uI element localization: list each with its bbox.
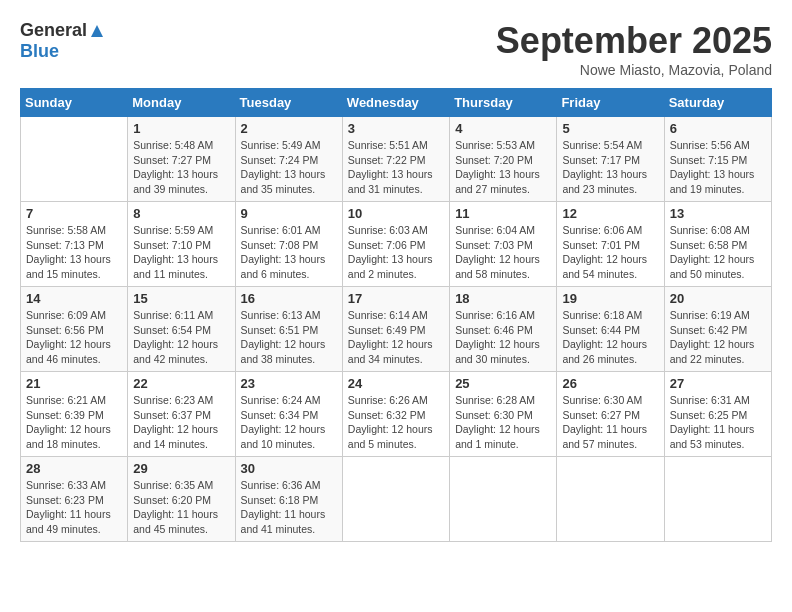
weekday-header-row: SundayMondayTuesdayWednesdayThursdayFrid…: [21, 89, 772, 117]
day-number: 26: [562, 376, 658, 391]
week-row-2: 7Sunrise: 5:58 AM Sunset: 7:13 PM Daylig…: [21, 202, 772, 287]
calendar-body: 1Sunrise: 5:48 AM Sunset: 7:27 PM Daylig…: [21, 117, 772, 542]
week-row-1: 1Sunrise: 5:48 AM Sunset: 7:27 PM Daylig…: [21, 117, 772, 202]
calendar-cell: 6Sunrise: 5:56 AM Sunset: 7:15 PM Daylig…: [664, 117, 771, 202]
calendar-cell: 13Sunrise: 6:08 AM Sunset: 6:58 PM Dayli…: [664, 202, 771, 287]
calendar-cell: 27Sunrise: 6:31 AM Sunset: 6:25 PM Dayli…: [664, 372, 771, 457]
calendar-cell: 22Sunrise: 6:23 AM Sunset: 6:37 PM Dayli…: [128, 372, 235, 457]
weekday-header-monday: Monday: [128, 89, 235, 117]
month-title: September 2025: [496, 20, 772, 62]
cell-info: Sunrise: 6:06 AM Sunset: 7:01 PM Dayligh…: [562, 223, 658, 282]
day-number: 18: [455, 291, 551, 306]
calendar-cell: 21Sunrise: 6:21 AM Sunset: 6:39 PM Dayli…: [21, 372, 128, 457]
day-number: 27: [670, 376, 766, 391]
day-number: 14: [26, 291, 122, 306]
cell-info: Sunrise: 6:09 AM Sunset: 6:56 PM Dayligh…: [26, 308, 122, 367]
cell-info: Sunrise: 6:13 AM Sunset: 6:51 PM Dayligh…: [241, 308, 337, 367]
calendar-cell: 7Sunrise: 5:58 AM Sunset: 7:13 PM Daylig…: [21, 202, 128, 287]
calendar-cell: 16Sunrise: 6:13 AM Sunset: 6:51 PM Dayli…: [235, 287, 342, 372]
cell-info: Sunrise: 6:11 AM Sunset: 6:54 PM Dayligh…: [133, 308, 229, 367]
calendar-cell: [557, 457, 664, 542]
day-number: 19: [562, 291, 658, 306]
calendar-cell: 3Sunrise: 5:51 AM Sunset: 7:22 PM Daylig…: [342, 117, 449, 202]
day-number: 28: [26, 461, 122, 476]
cell-info: Sunrise: 6:18 AM Sunset: 6:44 PM Dayligh…: [562, 308, 658, 367]
svg-marker-0: [91, 25, 103, 37]
cell-info: Sunrise: 5:48 AM Sunset: 7:27 PM Dayligh…: [133, 138, 229, 197]
calendar-cell: 25Sunrise: 6:28 AM Sunset: 6:30 PM Dayli…: [450, 372, 557, 457]
day-number: 23: [241, 376, 337, 391]
day-number: 11: [455, 206, 551, 221]
calendar-cell: [342, 457, 449, 542]
calendar-cell: 20Sunrise: 6:19 AM Sunset: 6:42 PM Dayli…: [664, 287, 771, 372]
cell-info: Sunrise: 5:51 AM Sunset: 7:22 PM Dayligh…: [348, 138, 444, 197]
week-row-3: 14Sunrise: 6:09 AM Sunset: 6:56 PM Dayli…: [21, 287, 772, 372]
weekday-header-wednesday: Wednesday: [342, 89, 449, 117]
week-row-5: 28Sunrise: 6:33 AM Sunset: 6:23 PM Dayli…: [21, 457, 772, 542]
cell-info: Sunrise: 5:59 AM Sunset: 7:10 PM Dayligh…: [133, 223, 229, 282]
cell-info: Sunrise: 6:24 AM Sunset: 6:34 PM Dayligh…: [241, 393, 337, 452]
calendar-cell: [21, 117, 128, 202]
day-number: 8: [133, 206, 229, 221]
cell-info: Sunrise: 6:14 AM Sunset: 6:49 PM Dayligh…: [348, 308, 444, 367]
day-number: 30: [241, 461, 337, 476]
calendar-cell: 26Sunrise: 6:30 AM Sunset: 6:27 PM Dayli…: [557, 372, 664, 457]
calendar-cell: 5Sunrise: 5:54 AM Sunset: 7:17 PM Daylig…: [557, 117, 664, 202]
logo-blue: Blue: [20, 42, 107, 60]
calendar-cell: [664, 457, 771, 542]
calendar-cell: 1Sunrise: 5:48 AM Sunset: 7:27 PM Daylig…: [128, 117, 235, 202]
day-number: 24: [348, 376, 444, 391]
day-number: 10: [348, 206, 444, 221]
cell-info: Sunrise: 5:56 AM Sunset: 7:15 PM Dayligh…: [670, 138, 766, 197]
day-number: 5: [562, 121, 658, 136]
cell-info: Sunrise: 6:30 AM Sunset: 6:27 PM Dayligh…: [562, 393, 658, 452]
logo: General Blue: [20, 20, 107, 60]
calendar-cell: 30Sunrise: 6:36 AM Sunset: 6:18 PM Dayli…: [235, 457, 342, 542]
location: Nowe Miasto, Mazovia, Poland: [496, 62, 772, 78]
day-number: 16: [241, 291, 337, 306]
calendar-cell: 11Sunrise: 6:04 AM Sunset: 7:03 PM Dayli…: [450, 202, 557, 287]
calendar-cell: 19Sunrise: 6:18 AM Sunset: 6:44 PM Dayli…: [557, 287, 664, 372]
day-number: 9: [241, 206, 337, 221]
cell-info: Sunrise: 6:21 AM Sunset: 6:39 PM Dayligh…: [26, 393, 122, 452]
calendar-cell: 23Sunrise: 6:24 AM Sunset: 6:34 PM Dayli…: [235, 372, 342, 457]
weekday-header-tuesday: Tuesday: [235, 89, 342, 117]
calendar-cell: 8Sunrise: 5:59 AM Sunset: 7:10 PM Daylig…: [128, 202, 235, 287]
cell-info: Sunrise: 6:01 AM Sunset: 7:08 PM Dayligh…: [241, 223, 337, 282]
weekday-header-friday: Friday: [557, 89, 664, 117]
cell-info: Sunrise: 6:16 AM Sunset: 6:46 PM Dayligh…: [455, 308, 551, 367]
calendar-cell: 24Sunrise: 6:26 AM Sunset: 6:32 PM Dayli…: [342, 372, 449, 457]
calendar-cell: 9Sunrise: 6:01 AM Sunset: 7:08 PM Daylig…: [235, 202, 342, 287]
weekday-header-sunday: Sunday: [21, 89, 128, 117]
weekday-header-saturday: Saturday: [664, 89, 771, 117]
day-number: 17: [348, 291, 444, 306]
cell-info: Sunrise: 6:19 AM Sunset: 6:42 PM Dayligh…: [670, 308, 766, 367]
day-number: 1: [133, 121, 229, 136]
day-number: 21: [26, 376, 122, 391]
day-number: 4: [455, 121, 551, 136]
cell-info: Sunrise: 6:35 AM Sunset: 6:20 PM Dayligh…: [133, 478, 229, 537]
calendar-cell: 17Sunrise: 6:14 AM Sunset: 6:49 PM Dayli…: [342, 287, 449, 372]
calendar-cell: 12Sunrise: 6:06 AM Sunset: 7:01 PM Dayli…: [557, 202, 664, 287]
day-number: 12: [562, 206, 658, 221]
day-number: 3: [348, 121, 444, 136]
day-number: 13: [670, 206, 766, 221]
cell-info: Sunrise: 5:58 AM Sunset: 7:13 PM Dayligh…: [26, 223, 122, 282]
calendar-cell: [450, 457, 557, 542]
cell-info: Sunrise: 6:36 AM Sunset: 6:18 PM Dayligh…: [241, 478, 337, 537]
calendar-cell: 14Sunrise: 6:09 AM Sunset: 6:56 PM Dayli…: [21, 287, 128, 372]
day-number: 22: [133, 376, 229, 391]
calendar-cell: 29Sunrise: 6:35 AM Sunset: 6:20 PM Dayli…: [128, 457, 235, 542]
cell-info: Sunrise: 6:28 AM Sunset: 6:30 PM Dayligh…: [455, 393, 551, 452]
cell-info: Sunrise: 6:33 AM Sunset: 6:23 PM Dayligh…: [26, 478, 122, 537]
cell-info: Sunrise: 5:53 AM Sunset: 7:20 PM Dayligh…: [455, 138, 551, 197]
calendar-cell: 15Sunrise: 6:11 AM Sunset: 6:54 PM Dayli…: [128, 287, 235, 372]
calendar-cell: 10Sunrise: 6:03 AM Sunset: 7:06 PM Dayli…: [342, 202, 449, 287]
calendar-cell: 18Sunrise: 6:16 AM Sunset: 6:46 PM Dayli…: [450, 287, 557, 372]
cell-info: Sunrise: 6:08 AM Sunset: 6:58 PM Dayligh…: [670, 223, 766, 282]
cell-info: Sunrise: 6:04 AM Sunset: 7:03 PM Dayligh…: [455, 223, 551, 282]
title-block: September 2025 Nowe Miasto, Mazovia, Pol…: [496, 20, 772, 78]
calendar-cell: 28Sunrise: 6:33 AM Sunset: 6:23 PM Dayli…: [21, 457, 128, 542]
calendar-cell: 2Sunrise: 5:49 AM Sunset: 7:24 PM Daylig…: [235, 117, 342, 202]
day-number: 2: [241, 121, 337, 136]
